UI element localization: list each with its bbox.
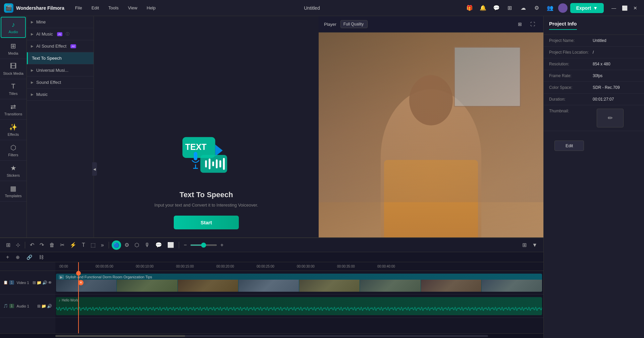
zoom-in-btn[interactable]: + (218, 241, 225, 249)
video-layer-btn[interactable]: ⊞ (33, 280, 36, 285)
video-volume-btn[interactable]: 🔊 (42, 280, 47, 285)
audio-clip[interactable]: ♪ Hello World (56, 297, 542, 315)
keyframe-btn[interactable]: 🔵 (112, 240, 121, 250)
media-tab-icon: ⊞ (10, 42, 16, 50)
project-files-value: / (593, 50, 639, 55)
sidebar-tab-media[interactable]: ⊞ Media (0, 39, 26, 59)
audio-folder-btn[interactable]: 📁 (41, 304, 46, 308)
edit-button[interactable]: Edit (554, 140, 584, 151)
sidebar-tab-effects[interactable]: ✨ Effects (0, 120, 26, 140)
audio-list-item-universal[interactable]: ▶ Universal Musi... (27, 64, 94, 76)
more-btn[interactable]: » (99, 241, 106, 249)
frame-rate-value: 30fps (593, 73, 639, 78)
split-link-btn[interactable]: ⛓ (37, 253, 46, 261)
audio-list-item-music[interactable]: ▶ Music (27, 89, 94, 101)
audio-track-label: 🎵 1 Audio 1 ⊞ 📁 🔊 (0, 294, 55, 318)
zoom-out-btn[interactable]: − (182, 241, 189, 249)
mine-arrow: ▶ (31, 20, 34, 24)
undo-btn[interactable]: ↶ (28, 240, 36, 249)
close-button[interactable]: ✕ (631, 3, 640, 13)
tracks-content[interactable]: :00:00 00:00:05:00 00:00:10:00 00:00:15:… (55, 262, 543, 333)
auto-ripple-btn[interactable]: ⊕ (14, 253, 22, 261)
zoom-slider[interactable] (190, 244, 217, 246)
universal-arrow: ▶ (31, 68, 34, 72)
sidebar-tab-templates[interactable]: ▦ Templates (0, 181, 26, 202)
grid-view-icon[interactable]: ⊞ (515, 19, 525, 30)
fullscreen-icon[interactable]: ⛶ (527, 19, 538, 30)
caption-btn[interactable]: ⬜ (165, 240, 176, 249)
minimize-button[interactable]: — (609, 3, 619, 13)
audio-list-item-ai-music[interactable]: ▶ AI Music AI ⓘ (27, 28, 94, 40)
export-button[interactable]: Export ▼ (570, 3, 604, 13)
notification-icon[interactable]: 🔔 (478, 3, 488, 13)
select-tool-btn[interactable]: ⊹ (14, 240, 22, 249)
sidebar-tab-stock[interactable]: 🎞 Stock Media (0, 59, 26, 79)
layout-expand-btn[interactable]: ▼ (530, 240, 539, 249)
start-button[interactable]: Start (174, 216, 239, 229)
export-label: Export (576, 5, 591, 11)
people-icon[interactable]: 👥 (545, 3, 555, 13)
thumbnail-box[interactable]: ✏ (597, 109, 624, 127)
crop-btn[interactable]: ⬚ (89, 240, 98, 249)
svg-marker-2 (215, 145, 223, 157)
cut-btn[interactable]: ✂ (58, 240, 66, 249)
quality-select[interactable]: Full Quality Half Quality (340, 20, 368, 28)
menu-help[interactable]: Help (143, 3, 160, 12)
split-view-btn[interactable]: ⊞ (4, 240, 12, 249)
menu-view[interactable]: View (124, 3, 141, 12)
menu-file[interactable]: File (71, 3, 86, 12)
redo-btn[interactable]: ↷ (38, 240, 46, 249)
scroll-thumb[interactable] (55, 335, 185, 337)
avatar[interactable] (558, 3, 568, 13)
audio-list-item-mine[interactable]: ▶ Mine (27, 16, 94, 28)
gift-icon[interactable]: 🎁 (464, 3, 475, 13)
audio-btn[interactable]: 🎙 (143, 241, 152, 249)
project-name-value: Untitled (593, 38, 639, 43)
cloud-icon[interactable]: ☁ (518, 3, 529, 13)
layout-grid-btn[interactable]: ⊞ (520, 240, 529, 249)
sidebar-tab-stickers[interactable]: ★ Stickers (0, 161, 26, 181)
toolbar-sep-2 (109, 242, 109, 248)
collapse-panel-btn[interactable]: ◀ (92, 162, 94, 176)
audio-list-item-sound-effect[interactable]: ▶ Sound Effect (27, 76, 94, 89)
layout-icon[interactable]: ⊞ (504, 3, 515, 13)
timeline-scrollbar[interactable] (0, 333, 543, 338)
maximize-button[interactable]: ⬜ (620, 3, 629, 13)
menu-edit[interactable]: Edit (88, 3, 103, 12)
video-eye-btn[interactable]: 👁 (48, 280, 52, 285)
window-controls: — ⬜ ✕ (609, 3, 640, 13)
sidebar-tab-titles[interactable]: T Titles (0, 79, 26, 99)
magnetic-btn[interactable]: 🔗 (24, 253, 34, 261)
menu-tools[interactable]: Tools (104, 3, 122, 12)
video-layer-icon: 📋 (3, 280, 8, 285)
video-clip-icon: ▶ (59, 275, 64, 279)
svg-rect-4 (205, 160, 207, 167)
voice-btn[interactable]: 💬 (153, 240, 164, 249)
svg-rect-7 (216, 159, 217, 168)
audio-layer-btn[interactable]: ⊞ (37, 304, 41, 308)
sidebar-tab-transitions[interactable]: ⇄ Transitions (0, 99, 26, 120)
audio-list-item-tts[interactable]: Text To Speech (27, 52, 94, 64)
effects2-btn[interactable]: ⚙ (122, 240, 131, 249)
transitions-tab-icon: ⇄ (10, 103, 16, 111)
text-btn[interactable]: T (80, 241, 87, 249)
split-audio-btn[interactable]: ⚡ (68, 240, 78, 249)
audio-track-controls: ⊞ 📁 🔊 (37, 304, 52, 308)
scroll-track[interactable] (55, 335, 488, 337)
audio-volume-btn[interactable]: 🔊 (47, 304, 52, 308)
video-clip[interactable]: ▶ Stylish and Functional Dorm Room Organ… (56, 274, 542, 292)
video-folder-btn[interactable]: 📁 (37, 280, 42, 285)
delete-btn[interactable]: 🗑 (47, 241, 57, 249)
color-space-row: Color Space: SDR - Rec.709 (544, 82, 644, 94)
mask-btn[interactable]: ⬡ (132, 240, 141, 249)
settings-icon[interactable]: ⚙ (531, 3, 542, 13)
ruler-mark-6: 00:00:30:00 (297, 265, 315, 268)
sidebar-tab-filters[interactable]: ⬡ Filters (0, 140, 26, 161)
add-track-btn[interactable]: + (4, 253, 11, 262)
sidebar-tab-audio[interactable]: ♪ Audio (1, 17, 26, 38)
audio-list-item-ai-sound-effect[interactable]: ▶ AI Sound Effect AI (27, 40, 94, 52)
ruler-mark-3: 00:00:15:00 (176, 265, 194, 268)
filters-tab-icon: ⬡ (10, 144, 16, 152)
feedback-icon[interactable]: 💬 (491, 3, 502, 13)
top-right-actions: 🎁 🔔 💬 ⊞ ☁ ⚙ 👥 Export ▼ (464, 3, 604, 13)
